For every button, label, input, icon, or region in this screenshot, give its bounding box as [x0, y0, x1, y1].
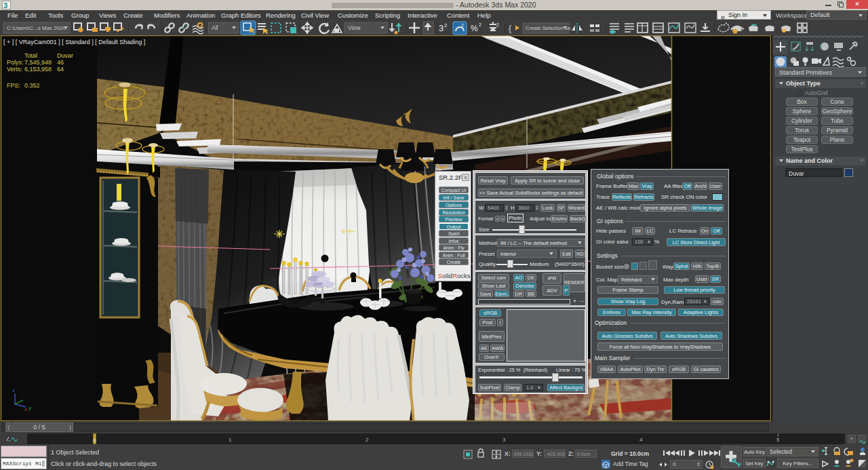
svg-text:Create Selection Se: Create Selection Se	[526, 25, 571, 31]
svg-text:View: View	[348, 24, 361, 31]
svg-text:C:\Users\C...s Max 2020: C:\Users\C...s Max 2020	[7, 25, 66, 31]
svg-text:%: %	[471, 24, 478, 33]
svg-text:x: x	[24, 406, 27, 412]
svg-text:All: All	[212, 24, 218, 31]
svg-text:z: z	[12, 387, 15, 393]
svg-text:2: 2	[496, 22, 499, 27]
svg-text:2: 2	[479, 22, 481, 27]
svg-text:3: 3	[439, 23, 443, 33]
svg-text:{: {	[509, 24, 511, 33]
svg-text:y: y	[28, 405, 31, 411]
svg-text:2: 2	[461, 23, 464, 28]
svg-text:2: 2	[444, 22, 448, 28]
